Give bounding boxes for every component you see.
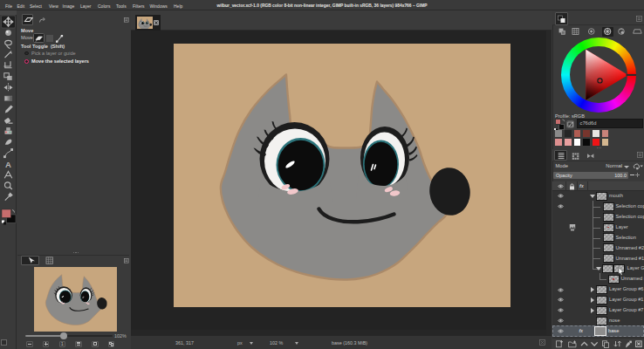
svg-text:A: A bbox=[5, 160, 11, 169]
